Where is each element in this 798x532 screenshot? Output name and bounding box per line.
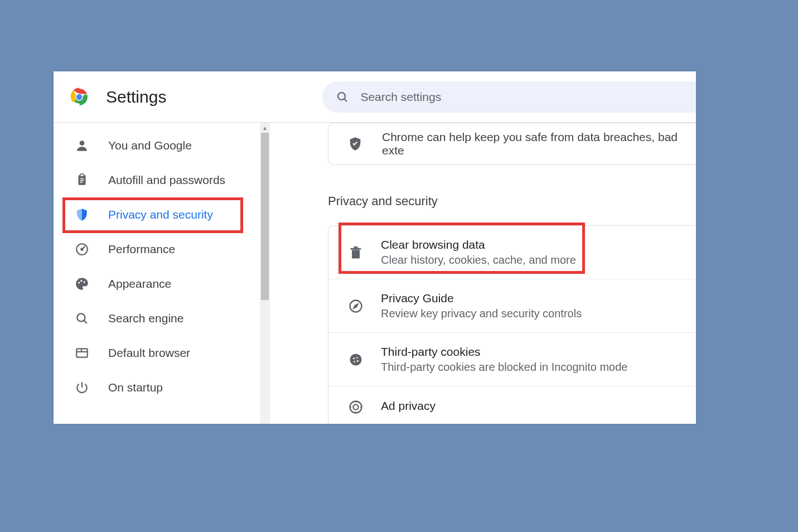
svg-point-16 — [77, 313, 85, 321]
scrollbar-thumb[interactable] — [261, 133, 269, 300]
svg-rect-9 — [80, 180, 84, 181]
sidebar-item-label: You and Google — [108, 139, 192, 152]
sidebar: You and Google Autofill and passwords Pr… — [54, 123, 270, 424]
sidebar-scrollbar[interactable]: ▲ — [260, 123, 270, 424]
sidebar-item-performance[interactable]: Performance — [54, 232, 270, 267]
row-ad-privacy[interactable]: Ad privacy — [328, 386, 696, 424]
sidebar-item-label: Autofill and passwords — [108, 173, 225, 187]
clipboard-icon — [75, 173, 89, 187]
svg-line-4 — [345, 99, 347, 101]
trash-icon — [347, 244, 364, 261]
svg-rect-21 — [352, 250, 360, 258]
svg-rect-22 — [351, 248, 361, 249]
svg-marker-25 — [354, 304, 358, 308]
power-icon — [75, 380, 89, 395]
sidebar-item-you-and-google[interactable]: You and Google — [54, 128, 270, 163]
sidebar-item-label: On startup — [108, 381, 163, 394]
svg-point-5 — [80, 141, 85, 146]
svg-point-14 — [80, 280, 82, 282]
section-title: Privacy and security — [328, 194, 696, 209]
chrome-logo-icon — [69, 87, 89, 107]
main-content: Chrome can help keep you safe from data … — [270, 123, 696, 424]
body: You and Google Autofill and passwords Pr… — [54, 123, 696, 424]
svg-line-17 — [84, 320, 86, 323]
svg-point-30 — [357, 360, 359, 361]
svg-point-27 — [353, 357, 355, 359]
header: Settings Search settings — [54, 71, 696, 123]
svg-point-29 — [354, 361, 355, 362]
row-title: Ad privacy — [381, 399, 436, 413]
svg-rect-23 — [354, 246, 358, 248]
safety-check-card[interactable]: Chrome can help keep you safe from data … — [328, 123, 696, 165]
gauge-icon — [75, 242, 89, 257]
row-third-party-cookies[interactable]: Third-party cookies Third-party cookies … — [328, 333, 696, 386]
row-title: Privacy Guide — [381, 292, 582, 305]
svg-point-12 — [81, 248, 83, 250]
sidebar-item-on-startup[interactable]: On startup — [54, 370, 270, 405]
palette-icon — [75, 277, 89, 291]
sidebar-item-label: Privacy and security — [108, 208, 213, 221]
svg-rect-8 — [80, 178, 84, 180]
search-icon — [75, 311, 89, 326]
person-icon — [75, 138, 89, 153]
svg-rect-7 — [80, 174, 84, 176]
sidebar-item-autofill[interactable]: Autofill and passwords — [54, 163, 270, 197]
svg-point-31 — [350, 402, 362, 413]
sidebar-item-label: Appearance — [108, 277, 171, 291]
svg-point-32 — [353, 404, 358, 409]
row-subtitle: Third-party cookies are blocked in Incog… — [381, 361, 627, 374]
compass-icon — [347, 298, 364, 315]
scrollbar-up-icon[interactable]: ▲ — [260, 123, 270, 133]
search-icon — [336, 90, 349, 104]
page-title: Settings — [106, 88, 166, 107]
svg-point-28 — [356, 357, 358, 359]
shield-icon — [75, 207, 89, 222]
privacy-card-list: Clear browsing data Clear history, cooki… — [328, 225, 696, 424]
ad-icon — [347, 399, 364, 415]
row-subtitle: Review key privacy and security controls — [381, 307, 582, 320]
svg-rect-10 — [80, 182, 83, 183]
svg-point-15 — [84, 281, 85, 283]
sidebar-item-label: Performance — [108, 243, 175, 256]
settings-window: Settings Search settings You and Googl — [54, 71, 696, 424]
sidebar-item-search-engine[interactable]: Search engine — [54, 301, 270, 336]
sidebar-item-label: Search engine — [108, 312, 183, 325]
search-placeholder: Search settings — [360, 90, 441, 104]
sidebar-item-default-browser[interactable]: Default browser — [54, 336, 270, 370]
svg-point-26 — [350, 354, 362, 365]
safety-text: Chrome can help keep you safe from data … — [382, 130, 696, 157]
row-clear-browsing-data[interactable]: Clear browsing data Clear history, cooki… — [328, 226, 696, 279]
sidebar-item-label: Default browser — [108, 346, 190, 360]
shield-check-icon — [347, 136, 363, 152]
browser-icon — [75, 346, 89, 360]
sidebar-item-privacy-security[interactable]: Privacy and security — [54, 197, 270, 232]
row-subtitle: Clear history, cookies, cache, and more — [381, 254, 576, 267]
sidebar-item-appearance[interactable]: Appearance — [54, 267, 270, 301]
row-title: Clear browsing data — [381, 238, 576, 252]
row-privacy-guide[interactable]: Privacy Guide Review key privacy and sec… — [328, 279, 696, 333]
search-settings-input[interactable]: Search settings — [322, 81, 696, 113]
svg-point-13 — [78, 282, 80, 283]
row-title: Third-party cookies — [381, 345, 627, 359]
cookie-icon — [347, 351, 364, 368]
svg-point-3 — [338, 93, 345, 100]
